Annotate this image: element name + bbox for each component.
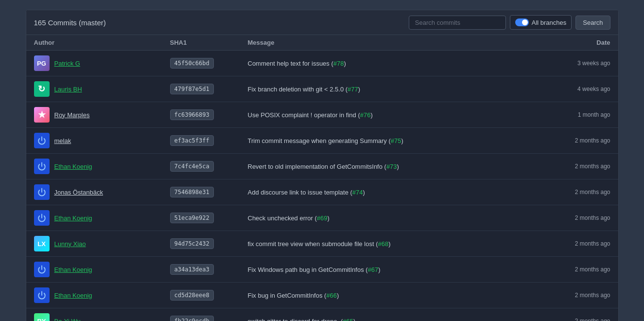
message-link[interactable]: #68 [378,240,389,248]
message-cell: Fix bug in GetCommitInfos (#66) [248,292,533,299]
commits-list: PG Patrick G 45f50c66bd Comment help tex… [26,51,618,321]
author-cell: ★ Roy Marples [34,107,170,123]
avatar [34,262,50,277]
table-row: Ethan Koenig 7c4fc4e5ca Revert to old im… [26,154,618,179]
author-cell: Ethan Koenig [34,262,170,277]
search-commits-input[interactable] [409,16,506,30]
table-row: LX Lunny Xiao 94d75c2432 fix commit tree… [26,231,618,257]
message-link[interactable]: #66 [326,292,337,299]
col-message: Message [248,39,533,46]
avatar [34,210,50,226]
avatar: LX [34,236,50,251]
sha-cell: fc63966893 [170,109,248,120]
date-cell: 2 months ago [533,240,610,247]
sha-badge[interactable]: 7546898e31 [170,187,214,197]
message-link[interactable]: #73 [386,163,397,170]
sha-cell: 7c4fc4e5ca [170,161,248,172]
sha-badge[interactable]: fb22c9ecdb [170,316,214,321]
message-link[interactable]: #78 [333,60,344,67]
sha-badge[interactable]: 479f87e5d1 [170,84,214,94]
date-cell: 2 months ago [533,163,610,170]
date-cell: 2 months ago [533,214,610,221]
table-row: Ethan Koenig cd5d28eee8 Fix bug in GetCo… [26,283,618,308]
sha-badge[interactable]: 94d75c2432 [170,238,214,249]
author-cell: PG Patrick G [34,55,170,71]
date-cell: 3 weeks ago [533,60,610,67]
sha-cell: a34a13dea3 [170,264,248,275]
sha-cell: fb22c9ecdb [170,316,248,321]
message-cell: Fix Windows path bug in GetCommitInfos (… [248,266,533,273]
author-name[interactable]: Patrick G [54,60,80,67]
author-cell: BY Bo-Yi Wu [34,313,170,321]
avatar: BY [34,313,50,321]
message-link[interactable]: #76 [360,111,371,119]
message-cell: Add discourse link to issue template (#7… [248,189,533,196]
author-name[interactable]: Ethan Koenig [54,292,92,299]
sha-badge[interactable]: a34a13dea3 [170,264,214,275]
sha-cell: 479f87e5d1 [170,84,248,94]
sha-cell: cd5d28eee8 [170,290,248,301]
author-name[interactable]: Ethan Koenig [54,214,92,222]
sha-badge[interactable]: 51eca9e922 [170,213,214,223]
author-cell: Ethan Koenig [34,210,170,226]
avatar [34,184,50,200]
table-row: BY Bo-Yi Wu fb22c9ecdb switch gitter to … [26,308,618,321]
message-cell: switch gitter to discord for drone. (#65… [248,318,533,321]
date-cell: 2 months ago [533,292,610,299]
table-row: melak ef3ac5f3ff Trim commit message whe… [26,128,618,154]
col-sha1: SHA1 [170,39,248,46]
author-cell: Ethan Koenig [34,159,170,174]
message-cell: Use POSIX complaint ! operator in find (… [248,111,533,119]
sha-cell: 7546898e31 [170,187,248,197]
author-name[interactable]: Lunny Xiao [54,240,86,248]
date-cell: 2 months ago [533,137,610,144]
avatar: ↻ [34,81,50,97]
message-link[interactable]: #65 [343,318,353,321]
main-container: 165 Commits (master) All branches Search… [0,0,644,321]
author-name: Jonas Östanbäck [54,189,103,196]
table-row: ↻ Lauris BH 479f87e5d1 Fix branch deleti… [26,76,618,102]
author-name[interactable]: Ethan Koenig [54,266,92,273]
sha-badge[interactable]: 7c4fc4e5ca [170,161,214,172]
message-link[interactable]: #77 [348,86,358,93]
sha-badge[interactable]: ef3ac5f3ff [170,135,214,146]
author-name[interactable]: Lauris BH [54,86,82,93]
branches-toggle[interactable]: All branches [510,15,572,30]
message-link[interactable]: #75 [391,137,401,144]
author-name: Roy Marples [54,111,90,119]
avatar: ★ [34,107,50,123]
date-cell: 2 months ago [533,318,610,321]
table-row: ★ Roy Marples fc63966893 Use POSIX compl… [26,102,618,128]
sha-cell: 45f50c66bd [170,58,248,69]
sha-badge[interactable]: cd5d28eee8 [170,290,214,301]
author-name[interactable]: Ethan Koenig [54,163,92,170]
table-row: Ethan Koenig 51eca9e922 Check unchecked … [26,205,618,231]
col-date: Date [533,39,610,46]
message-link[interactable]: #69 [317,214,328,222]
sha-badge[interactable]: 45f50c66bd [170,58,214,69]
sha-cell: ef3ac5f3ff [170,135,248,146]
date-cell: 2 months ago [533,189,610,196]
author-cell: ↻ Lauris BH [34,81,170,97]
avatar [34,133,50,148]
commits-panel: 165 Commits (master) All branches Search… [26,10,619,321]
author-cell: melak [34,133,170,148]
table-row: Ethan Koenig a34a13dea3 Fix Windows path… [26,257,618,283]
date-cell: 2 months ago [533,266,610,273]
date-cell: 4 weeks ago [533,86,610,92]
sha-cell: 94d75c2432 [170,238,248,249]
commits-title: 165 Commits (master) [34,18,106,27]
message-link[interactable]: #67 [368,266,379,273]
table-row: Jonas Östanbäck 7546898e31 Add discourse… [26,179,618,205]
author-cell: Jonas Östanbäck [34,184,170,200]
header: 165 Commits (master) All branches Search [26,10,618,35]
table-row: PG Patrick G 45f50c66bd Comment help tex… [26,51,618,76]
sha-badge[interactable]: fc63966893 [170,109,214,120]
search-button[interactable]: Search [575,16,610,30]
message-cell: fix commit tree view when submodule file… [248,240,533,248]
avatar [34,287,50,303]
author-name[interactable]: Bo-Yi Wu [54,318,81,321]
author-cell: LX Lunny Xiao [34,236,170,251]
message-link[interactable]: #74 [352,189,363,196]
toggle-switch [515,18,529,26]
